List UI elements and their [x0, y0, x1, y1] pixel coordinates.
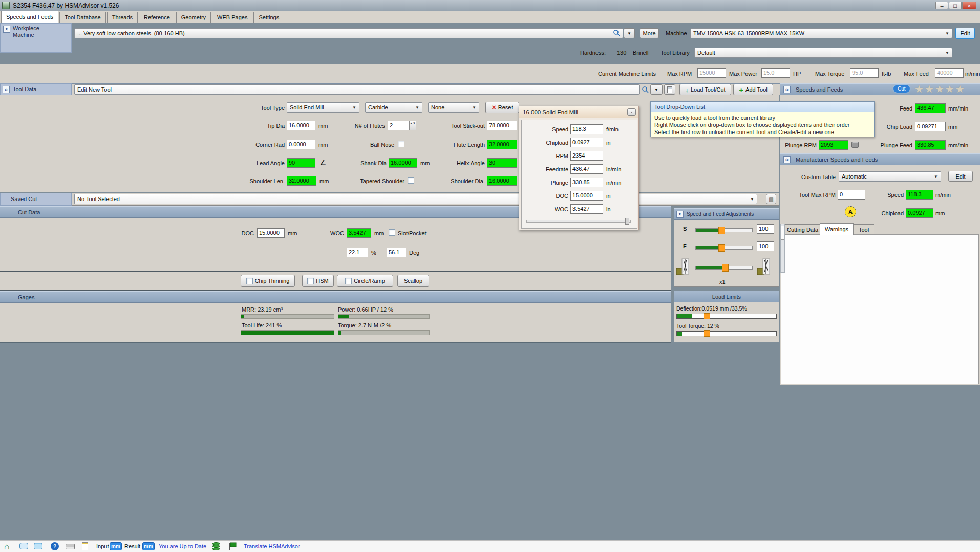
dialog-slider[interactable] [526, 220, 631, 223]
collapse-icon[interactable]: » [3, 86, 10, 93]
tool-material-select[interactable]: Carbide▼ [365, 102, 422, 113]
more-button[interactable]: More [640, 28, 659, 38]
scrollbar-thumb[interactable] [781, 226, 784, 240]
dialog-title-bar[interactable]: 16.000 Solid End Mill × [519, 106, 638, 118]
max-rpm-field[interactable]: 15000 [697, 68, 726, 78]
tool-coating-select[interactable]: None▼ [428, 102, 479, 113]
collapse-icon[interactable]: » [783, 156, 791, 163]
input-units-badge[interactable]: mm [110, 542, 122, 550]
flutes-field[interactable]: 2 [388, 121, 409, 130]
saved-cut-options-button[interactable]: ▤ [766, 194, 776, 204]
dialog-chipload-field[interactable]: 0.0927 [570, 138, 603, 147]
tool-max-rpm-field[interactable]: 0 [838, 190, 865, 200]
shoulder-len-field[interactable]: 32.0000 [287, 176, 316, 186]
star-icon[interactable]: ★ [914, 83, 925, 95]
shank-dia-field[interactable]: 16.0000 [389, 158, 417, 168]
tab-geometry[interactable]: Geometry [176, 12, 211, 23]
tab-web-pages[interactable]: WEB Pages [212, 12, 252, 23]
chevron-down-icon[interactable]: ▼ [413, 122, 416, 125]
tool-wear-slider[interactable] [695, 266, 753, 270]
deflection-limit-marker[interactable] [704, 313, 710, 319]
material-select[interactable]: ... Very soft low-carbon steels. (80-160… [74, 28, 623, 38]
lock-icon[interactable] [851, 142, 859, 148]
result-units-badge[interactable]: mm [142, 542, 155, 550]
auto-badge-icon[interactable]: A [845, 206, 856, 217]
feed-field[interactable]: 436.47 [915, 103, 946, 113]
dialog-close-button[interactable]: × [627, 108, 636, 116]
hsm-button[interactable]: HSM [302, 275, 334, 287]
corner-rad-field[interactable]: 0.0000 [287, 140, 315, 149]
tool-form-button[interactable] [664, 84, 675, 95]
plunge-feed-field[interactable]: 330.85 [915, 140, 946, 150]
tab-threads[interactable]: Threads [107, 12, 138, 23]
tool-torque-limit-marker[interactable] [704, 330, 710, 337]
update-status-link[interactable]: You are Up to Date [159, 543, 206, 549]
collapse-icon[interactable]: » [676, 211, 684, 218]
machine-select[interactable]: TMV-1500A HSK-63 15000RPM MAX 15KW ▼ [690, 28, 952, 38]
dialog-speed-field[interactable]: 118.3 [570, 124, 603, 134]
machine-edit-button[interactable]: Edit [955, 28, 975, 39]
speed-adjust-field[interactable]: 100 [757, 224, 774, 234]
dialog-plunge-field[interactable]: 330.85 [570, 178, 603, 187]
chip-load-field[interactable]: 0.09271 [915, 122, 946, 131]
saved-cut-select[interactable]: No Tool Selected ▼ [74, 194, 757, 204]
dialog-feedrate-field[interactable]: 436.47 [570, 164, 603, 174]
flutes-stepper[interactable]: ▲▼ [409, 121, 416, 130]
doc-field[interactable]: 15.0000 [257, 228, 285, 238]
speed-slider-thumb[interactable] [718, 227, 725, 234]
tab-tool[interactable]: Tool [854, 224, 874, 235]
circle-ramp-button[interactable]: Circle/Ramp [337, 275, 393, 287]
tool-info-dialog[interactable]: 16.000 Solid End Mill × Speed 118.3 f/mi… [519, 106, 639, 230]
chat-bubble-icon[interactable] [19, 543, 28, 549]
engagement-field[interactable]: 56.1 [387, 248, 406, 257]
translate-link[interactable]: Translate HSMAdvisor [244, 543, 300, 549]
comment-icon[interactable] [34, 543, 42, 549]
scallop-button[interactable]: Scallop [397, 275, 429, 287]
search-icon[interactable] [642, 86, 649, 94]
star-icon[interactable]: ★ [925, 83, 935, 95]
tool-library-select[interactable]: Default ▼ [694, 48, 952, 58]
dialog-doc-field[interactable]: 15.0000 [570, 191, 603, 201]
material-dropdown-button[interactable]: ▼ [624, 28, 635, 38]
tab-cutting-data[interactable]: Cutting Data [782, 224, 823, 235]
close-button[interactable]: × [962, 2, 976, 9]
dialog-woc-field[interactable]: 3.5427 [570, 204, 603, 214]
reset-button[interactable]: × Reset [485, 102, 519, 113]
tool-name-combo[interactable]: Edit New Tool [74, 84, 640, 95]
load-tool-cut-button[interactable]: ↓ Load Tool/Cut [679, 84, 731, 95]
feed-adjust-field[interactable]: 100 [757, 241, 774, 251]
collapse-icon[interactable]: » [3, 26, 10, 33]
tab-settings[interactable]: Settings [253, 12, 284, 23]
stickout-field[interactable]: 78.0000 [487, 121, 517, 130]
max-torque-field[interactable]: 95.0 [850, 68, 879, 78]
star-icon[interactable]: ★ [935, 83, 945, 95]
mfr-speed-field[interactable]: 118.3 [906, 190, 933, 200]
scrollbar[interactable] [780, 224, 785, 273]
shoulder-dia-field[interactable]: 16.0000 [487, 176, 517, 186]
woc-field[interactable]: 3.5427 [347, 228, 371, 238]
chip-thinning-button[interactable]: Chip Thinning [241, 275, 295, 287]
stepover-percent-field[interactable]: 22.1 [347, 248, 368, 257]
plunge-rpm-field[interactable]: 2093 [819, 140, 848, 150]
tab-tool-database[interactable]: Tool Database [59, 12, 105, 23]
flag-icon[interactable] [228, 542, 237, 552]
flute-length-field[interactable]: 32.0000 [487, 140, 517, 149]
report-icon[interactable] [82, 542, 88, 550]
star-icon[interactable]: ★ [955, 83, 966, 95]
database-icon[interactable] [211, 542, 221, 552]
lead-angle-field[interactable]: 90 [287, 158, 315, 168]
tab-warnings[interactable]: Warnings [820, 223, 854, 235]
feed-slider[interactable] [695, 246, 753, 250]
maximize-button[interactable]: □ [949, 2, 962, 9]
max-feed-field[interactable]: 40000 [935, 68, 964, 78]
tool-type-select[interactable]: Solid End Mill▼ [287, 102, 359, 113]
help-icon[interactable]: ? [51, 542, 59, 550]
circle-ramp-checkbox[interactable] [345, 278, 352, 284]
feed-slider-thumb[interactable] [718, 244, 725, 252]
tab-speeds-and-feeds[interactable]: Speeds and Feeds [1, 11, 58, 23]
search-icon[interactable] [611, 29, 620, 37]
minimize-button[interactable]: – [935, 2, 948, 9]
tab-reference[interactable]: Reference [139, 12, 175, 23]
speed-slider[interactable] [695, 228, 753, 232]
mfr-chipload-field[interactable]: 0.0927 [906, 208, 933, 218]
